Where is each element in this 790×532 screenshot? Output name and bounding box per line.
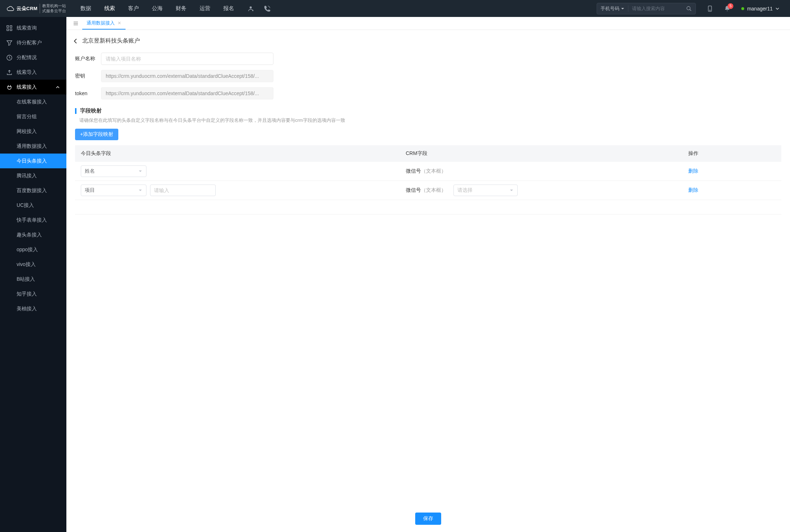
- mapping-table: 今日头条字段 CRM字段 操作 姓名: [75, 145, 781, 214]
- chevron-down-icon: [776, 7, 779, 10]
- nav-pool[interactable]: 公海: [152, 5, 163, 12]
- back-button[interactable]: [73, 38, 79, 44]
- token-input[interactable]: [101, 87, 273, 99]
- account-name-input[interactable]: [101, 53, 273, 65]
- notif-badge: 5: [728, 3, 733, 9]
- nav-data[interactable]: 数据: [80, 5, 91, 12]
- page-title: 北京昱新科技头条账户: [82, 37, 140, 45]
- delete-button[interactable]: 删除: [688, 168, 698, 174]
- crm-field-hint: （文本框）: [421, 187, 446, 193]
- grid-icon: [6, 25, 12, 31]
- person-icon[interactable]: [247, 5, 254, 12]
- sidebar-sub-kuaishou[interactable]: 快手表单接入: [0, 213, 66, 227]
- nav-customer[interactable]: 客户: [128, 5, 139, 12]
- toutiao-field-select[interactable]: 姓名: [81, 165, 146, 177]
- toutiao-field-select[interactable]: 项目: [81, 185, 146, 196]
- top-nav: 云朵CRM 教育机构一站 式服务云平台 数据 线索 客户 公海 财务 运营 报名…: [0, 0, 790, 17]
- col-action: 操作: [683, 145, 781, 162]
- call-icon[interactable]: [264, 5, 271, 12]
- add-mapping-button[interactable]: +添加字段映射: [75, 129, 118, 140]
- svg-point-0: [250, 6, 252, 8]
- sidebar-sub-online-service[interactable]: 在线客服接入: [0, 94, 66, 109]
- sidebar-sub-uc[interactable]: UC接入: [0, 198, 66, 213]
- mapping-section-desc: 请确保您在此填写的头条自定义字段名称与在今日头条平台中自定义的字段名称一致，并且…: [75, 117, 781, 124]
- sidebar-sub-school[interactable]: 网校接入: [0, 124, 66, 139]
- search-input[interactable]: [628, 6, 683, 11]
- svg-rect-5: [10, 26, 12, 27]
- topnav-quick-icons: [247, 5, 271, 12]
- sidebar-sub-toutiao[interactable]: 今日头条接入: [0, 154, 66, 168]
- hamburger-icon: [73, 21, 79, 26]
- logo-cloud-icon: [6, 5, 14, 13]
- sidebar-sub-message-group[interactable]: 留言分组: [0, 109, 66, 124]
- mapping-section-title: 字段映射: [80, 107, 102, 114]
- user-menu[interactable]: manager11: [741, 6, 779, 12]
- account-name-label: 账户名称: [75, 56, 101, 62]
- collapse-sidebar-button[interactable]: [69, 21, 82, 26]
- token-label: token: [75, 90, 101, 96]
- status-dot-icon: [741, 7, 744, 10]
- svg-rect-6: [7, 29, 9, 31]
- delete-button[interactable]: 删除: [688, 187, 698, 193]
- chevron-down-icon: [138, 169, 142, 173]
- nav-ops[interactable]: 运营: [199, 5, 210, 12]
- global-search: 手机号码: [597, 3, 696, 14]
- toutiao-extra-input[interactable]: [150, 185, 216, 196]
- save-button[interactable]: 保存: [415, 513, 441, 525]
- table-row: 姓名 微信号（文本框） 删除: [75, 162, 781, 181]
- topnav-menu: 数据 线索 客户 公海 财务 运营 报名: [80, 5, 234, 12]
- svg-rect-7: [10, 29, 12, 31]
- nav-signup[interactable]: 报名: [223, 5, 234, 12]
- section-bar-icon: [75, 108, 76, 114]
- col-crm-field: CRM字段: [400, 145, 683, 162]
- phone-icon[interactable]: [707, 5, 713, 12]
- page-content: 北京昱新科技头条账户 账户名称 密钥 token 字段映射: [66, 30, 790, 507]
- chevron-left-icon: [73, 38, 79, 44]
- sidebar-sub-bilibili[interactable]: B站接入: [0, 272, 66, 287]
- logo-name-text: 云朵CRM: [17, 5, 38, 12]
- sidebar-item-clue-import[interactable]: 线索导入: [0, 65, 66, 80]
- footer: 保存: [66, 507, 790, 532]
- sidebar-item-allocation[interactable]: 分配情况: [0, 50, 66, 65]
- logo-tagline: 教育机构一站 式服务云平台: [40, 4, 66, 13]
- close-icon[interactable]: ✕: [118, 21, 121, 26]
- username-label: manager11: [747, 6, 773, 12]
- table-row: 项目 微信号（文本框） 请选择: [75, 181, 781, 200]
- crm-field-select[interactable]: 请选择: [453, 185, 518, 196]
- sidebar-sub-tencent[interactable]: 腾讯接入: [0, 168, 66, 183]
- chevron-down-icon: [509, 188, 514, 192]
- sidebar-sub-zhihu[interactable]: 知乎接入: [0, 287, 66, 301]
- col-toutiao-field: 今日头条字段: [75, 145, 400, 162]
- sidebar-sub-vivo[interactable]: vivo接入: [0, 257, 66, 272]
- sidebar-sub-baidu[interactable]: 百度数据接入: [0, 183, 66, 198]
- crm-field-value: 微信号: [406, 187, 421, 193]
- nav-clue[interactable]: 线索: [104, 5, 115, 12]
- sidebar-item-clue-query[interactable]: 线索查询: [0, 21, 66, 35]
- chevron-up-icon: [56, 85, 60, 89]
- nav-finance[interactable]: 财务: [176, 5, 186, 12]
- tab-generic-data[interactable]: 通用数据接入 ✕: [82, 17, 126, 30]
- sidebar-sub-oppo[interactable]: oppo接入: [0, 242, 66, 257]
- sidebar-sub-qutoutiao[interactable]: 趣头条接入: [0, 227, 66, 242]
- main-panel: 通用数据接入 ✕ 北京昱新科技头条账户 账户名称 密钥: [66, 17, 790, 532]
- sidebar-sub-meiyou[interactable]: 美柚接入: [0, 301, 66, 316]
- search-icon: [686, 6, 692, 12]
- sidebar-item-pending-customer[interactable]: 待分配客户: [0, 35, 66, 50]
- bell-icon[interactable]: 5: [724, 5, 730, 12]
- sidebar-item-clue-access[interactable]: 线索接入: [0, 80, 66, 94]
- search-button[interactable]: [683, 6, 695, 12]
- tabbar: 通用数据接入 ✕: [66, 17, 790, 30]
- filter-icon: [6, 40, 12, 46]
- logo[interactable]: 云朵CRM 教育机构一站 式服务云平台: [4, 4, 66, 13]
- chevron-down-icon: [621, 7, 624, 10]
- sidebar-sub-generic-data[interactable]: 通用数据接入: [0, 139, 66, 154]
- sidebar: 线索查询 待分配客户 分配情况 线索导入 线索接入 在线客服接入 留言分组 网校…: [0, 17, 66, 532]
- chevron-down-icon: [138, 188, 142, 192]
- svg-rect-4: [7, 26, 9, 27]
- secret-label: 密钥: [75, 73, 101, 79]
- crm-field-value: 微信号: [406, 168, 421, 174]
- crm-field-hint: （文本框）: [421, 168, 446, 174]
- secret-input[interactable]: [101, 70, 273, 82]
- search-type-select[interactable]: 手机号码: [597, 5, 628, 12]
- upload-icon: [6, 70, 12, 75]
